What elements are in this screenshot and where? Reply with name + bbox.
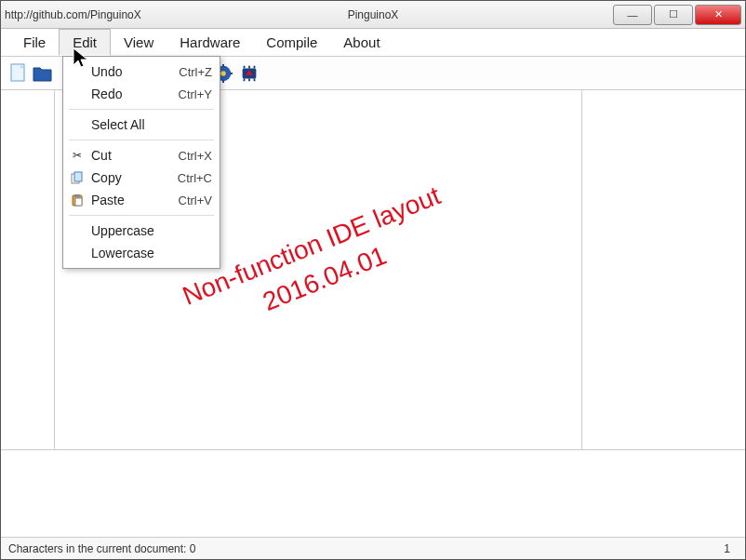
menu-compile[interactable]: Compile	[253, 29, 330, 56]
app-window: http://github.com/PinguinoX PinguinoX — …	[0, 0, 746, 560]
menu-copy[interactable]: Copy Ctrl+C	[63, 167, 220, 189]
status-left: Characters in the current document: 0	[8, 542, 195, 555]
menu-view[interactable]: View	[111, 29, 167, 56]
right-pane	[582, 90, 745, 449]
titlebar-url: http://github.com/PinguinoX	[5, 8, 141, 21]
output-pane	[1, 449, 745, 537]
menu-separator	[69, 109, 214, 110]
menu-redo[interactable]: Redo Ctrl+Y	[63, 83, 220, 105]
close-icon: ✕	[714, 8, 723, 20]
menu-about[interactable]: About	[330, 29, 393, 56]
edit-dropdown: Undo Ctrl+Z Redo Ctrl+Y Select All ✂ Cut…	[62, 56, 220, 269]
maximize-button[interactable]: ☐	[654, 5, 693, 25]
copy-icon	[67, 171, 87, 184]
menu-hardware[interactable]: Hardware	[167, 29, 253, 56]
menu-separator	[69, 140, 214, 140]
menu-uppercase[interactable]: Uppercase	[63, 220, 220, 242]
left-pane	[1, 90, 55, 449]
paste-icon	[67, 193, 87, 207]
close-button[interactable]: ✕	[695, 5, 741, 25]
minimize-icon: —	[628, 9, 638, 20]
minimize-button[interactable]: —	[613, 5, 652, 25]
open-file-icon[interactable]	[33, 63, 53, 84]
menu-edit[interactable]: Edit	[59, 29, 111, 56]
new-file-icon[interactable]	[8, 63, 29, 84]
titlebar-title: PinguinoX	[348, 8, 399, 21]
maximize-icon: ☐	[669, 8, 678, 20]
statusbar: Characters in the current document: 0 1	[1, 537, 745, 559]
menu-file[interactable]: File	[10, 29, 59, 56]
svg-rect-18	[75, 198, 82, 206]
window-controls: — ☐ ✕	[611, 5, 741, 25]
status-right: 1	[724, 542, 738, 555]
upload-chip-icon[interactable]	[239, 63, 260, 84]
titlebar: http://github.com/PinguinoX PinguinoX — …	[1, 1, 745, 29]
svg-point-2	[220, 71, 226, 76]
menu-lowercase[interactable]: Lowercase	[63, 242, 220, 264]
menu-cut[interactable]: ✂ Cut Ctrl+X	[63, 144, 220, 167]
menu-separator	[69, 215, 214, 216]
menu-select-all[interactable]: Select All	[63, 113, 220, 136]
menubar: File Edit View Hardware Compile About	[1, 29, 745, 57]
cut-icon: ✂	[67, 149, 87, 162]
menu-paste[interactable]: Paste Ctrl+V	[63, 189, 220, 211]
svg-rect-15	[74, 172, 82, 181]
svg-rect-17	[74, 194, 80, 197]
menu-undo[interactable]: Undo Ctrl+Z	[63, 60, 220, 83]
